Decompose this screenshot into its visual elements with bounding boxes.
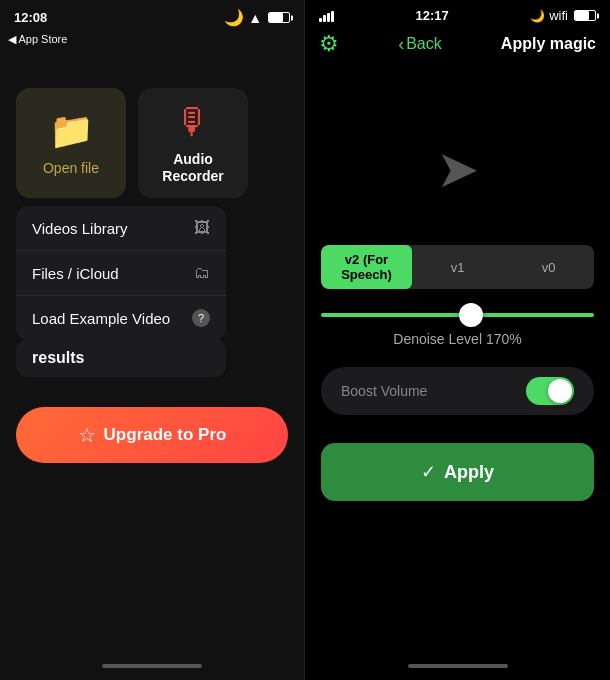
boost-section: Boost Volume — [321, 367, 594, 415]
status-bar-right: 12:17 🌙 wifi — [305, 0, 610, 27]
videos-library-icon: 🖼 — [194, 219, 210, 237]
files-icloud-icon: 🗂 — [194, 264, 210, 282]
load-example-label: Load Example Video — [32, 310, 170, 327]
toggle-knob — [548, 379, 572, 403]
back-chevron-icon: ‹ — [398, 34, 404, 55]
file-picker-area: 📁 Open file 🎙 AudioRecorder — [0, 72, 304, 206]
play-area: ➤ — [305, 109, 610, 229]
open-file-label: Open file — [43, 160, 99, 176]
denoise-label: Denoise Level 170% — [321, 331, 594, 347]
checkmark-icon: ✓ — [421, 461, 436, 483]
moon-icon-left: 🌙 — [224, 8, 244, 27]
wifi-icon-right: wifi — [549, 8, 568, 23]
results-label: results — [32, 349, 84, 366]
denoise-section: Denoise Level 170% — [305, 297, 610, 355]
version-v2-button[interactable]: v2 (For Speech) — [321, 245, 412, 289]
apply-label: Apply — [444, 462, 494, 483]
status-bar-left: 12:08 🌙 ▲ — [0, 0, 304, 31]
files-icloud-item[interactable]: Files / iCloud 🗂 — [16, 251, 226, 296]
right-panel: 12:17 🌙 wifi ⚙ ‹ Back Apply magic ➤ v2 (… — [305, 0, 610, 680]
gear-icon: ⚙ — [319, 31, 339, 56]
time-left: 12:08 — [14, 10, 47, 25]
load-example-icon: ? — [192, 309, 210, 327]
left-panel: 12:08 🌙 ▲ ◀ App Store 📁 Open file 🎙 Audi… — [0, 0, 305, 680]
signal-bars — [319, 10, 334, 22]
videos-library-label: Videos Library — [32, 220, 128, 237]
app-store-label: ◀ App Store — [0, 31, 304, 52]
apply-magic-title: Apply magic — [501, 35, 596, 53]
open-file-button[interactable]: 📁 Open file — [16, 88, 126, 198]
battery-icon-right — [574, 10, 596, 21]
mic-icon: 🎙 — [175, 101, 211, 143]
gear-button[interactable]: ⚙ — [319, 31, 339, 57]
boost-container: Boost Volume — [321, 367, 594, 415]
version-selector: v2 (For Speech) v1 v0 — [321, 245, 594, 289]
apply-button[interactable]: ✓ Apply — [321, 443, 594, 501]
version-v1-button[interactable]: v1 — [412, 245, 503, 289]
time-right: 12:17 — [415, 8, 448, 23]
audio-recorder-button[interactable]: 🎙 AudioRecorder — [138, 88, 248, 198]
results-section: results — [16, 339, 226, 377]
denoise-slider-thumb[interactable] — [459, 303, 483, 327]
bottom-indicator-left — [0, 656, 304, 680]
status-icons-left: 🌙 ▲ — [224, 8, 290, 27]
back-button[interactable]: ‹ Back — [398, 34, 442, 55]
wifi-icon-left: ▲ — [248, 10, 262, 26]
audio-recorder-label: AudioRecorder — [162, 151, 223, 185]
header-right: ⚙ ‹ Back Apply magic — [305, 27, 610, 69]
bottom-indicator-right — [305, 656, 610, 680]
star-icon: ☆ — [78, 423, 96, 447]
denoise-slider-track — [321, 313, 594, 317]
files-icloud-label: Files / iCloud — [32, 265, 119, 282]
boost-volume-label: Boost Volume — [341, 383, 427, 399]
folder-icon: 📁 — [49, 110, 94, 152]
denoise-slider-container[interactable] — [321, 305, 594, 325]
status-icons-right: 🌙 wifi — [530, 8, 596, 23]
battery-icon-left — [268, 12, 290, 23]
home-indicator-right — [408, 664, 508, 668]
videos-library-item[interactable]: Videos Library 🖼 — [16, 206, 226, 251]
back-label: Back — [406, 35, 442, 53]
upgrade-label: Upgrade to Pro — [104, 425, 227, 445]
load-example-item[interactable]: Load Example Video ? — [16, 296, 226, 340]
moon-icon-right: 🌙 — [530, 9, 545, 23]
home-indicator-left — [102, 664, 202, 668]
upgrade-button[interactable]: ☆ Upgrade to Pro — [16, 407, 288, 463]
version-v0-button[interactable]: v0 — [503, 245, 594, 289]
dropdown-menu: Videos Library 🖼 Files / iCloud 🗂 Load E… — [16, 206, 226, 340]
play-icon: ➤ — [436, 139, 480, 199]
boost-volume-toggle[interactable] — [526, 377, 574, 405]
